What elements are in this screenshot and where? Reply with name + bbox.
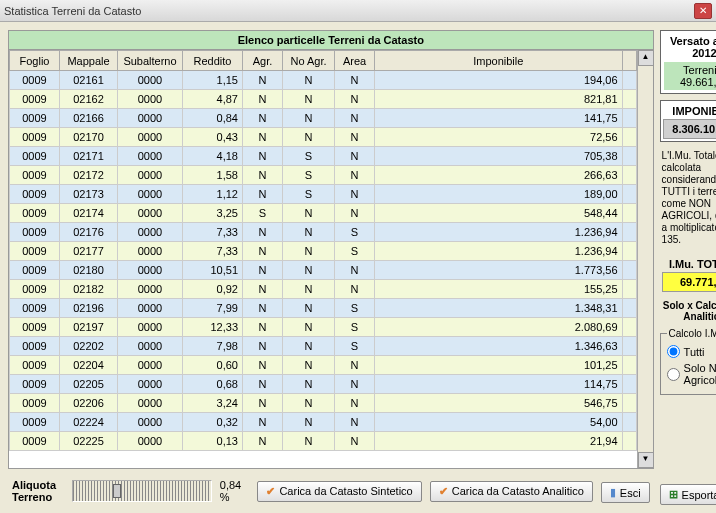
cell-area: N — [335, 356, 375, 375]
cell-imp: 546,75 — [375, 394, 623, 413]
esci-button[interactable]: ▮Esci — [601, 482, 650, 503]
table-row[interactable]: 00090216100001,15NNN194,06 — [10, 71, 637, 90]
cell-noagr: S — [283, 147, 335, 166]
table-row[interactable]: 00090217600007,33NNS1.236,94 — [10, 223, 637, 242]
cell-imp: 1.346,63 — [375, 337, 623, 356]
cell-foglio: 0009 — [10, 318, 60, 337]
column-header[interactable]: Area — [335, 51, 375, 71]
column-header[interactable]: Foglio — [10, 51, 60, 71]
table-row[interactable]: 000902180000010,51NNN1.773,56 — [10, 261, 637, 280]
cell-noagr: N — [283, 318, 335, 337]
cell-sub: 0000 — [118, 147, 183, 166]
cell-noagr: N — [283, 71, 335, 90]
column-header[interactable]: Agr. — [243, 51, 283, 71]
table-row[interactable]: 00090222500000,13NNN21,94 — [10, 432, 637, 451]
scroll-up-icon[interactable]: ▲ — [638, 50, 653, 66]
carica-analitico-button[interactable]: ✔Carica da Catasto Analitico — [430, 481, 593, 502]
close-icon[interactable]: ✕ — [694, 3, 712, 19]
cell-area: S — [335, 223, 375, 242]
table-row[interactable]: 000902197000012,33NNS2.080,69 — [10, 318, 637, 337]
cell-mappale: 02162 — [60, 90, 118, 109]
window-titlebar: Statistica Terreni da Catasto ✕ — [0, 0, 716, 22]
cell-sub: 0000 — [118, 318, 183, 337]
table-row[interactable]: 00090220500000,68NNN114,75 — [10, 375, 637, 394]
column-header[interactable]: Reddito — [183, 51, 243, 71]
cell-area: N — [335, 204, 375, 223]
table-row[interactable]: 00090216200004,87NNN821,81 — [10, 90, 637, 109]
table-row[interactable]: 00090216600000,84NNN141,75 — [10, 109, 637, 128]
table-row[interactable]: 00090217300001,12NSN189,00 — [10, 185, 637, 204]
table-row[interactable]: 00090222400000,32NNN54,00 — [10, 413, 637, 432]
cell-agr: N — [243, 185, 283, 204]
cell-mappale: 02182 — [60, 280, 118, 299]
cell-foglio: 0009 — [10, 185, 60, 204]
cell-mappale: 02225 — [60, 432, 118, 451]
cell-reddito: 12,33 — [183, 318, 243, 337]
versato-value: Terreni € 49.661,66 — [664, 62, 716, 90]
cell-sub: 0000 — [118, 261, 183, 280]
cell-foglio: 0009 — [10, 337, 60, 356]
scroll-down-icon[interactable]: ▼ — [638, 452, 653, 468]
cell-noagr: N — [283, 375, 335, 394]
cell-imp: 821,81 — [375, 90, 623, 109]
esporta-dati-button[interactable]: ⊞Esporta dati — [660, 484, 716, 505]
cell-agr: N — [243, 128, 283, 147]
cell-sub: 0000 — [118, 90, 183, 109]
radio-non-agricoli[interactable] — [667, 368, 680, 381]
vertical-scrollbar[interactable]: ▲ ▼ — [637, 50, 653, 468]
cell-agr: N — [243, 375, 283, 394]
cell-foglio: 0009 — [10, 71, 60, 90]
imponibile-label: IMPONIBILE — [663, 103, 716, 119]
table-row[interactable]: 00090220200007,98NNS1.346,63 — [10, 337, 637, 356]
cell-imp: 2.080,69 — [375, 318, 623, 337]
table-row[interactable]: 00090217200001,58NSN266,63 — [10, 166, 637, 185]
table-row[interactable]: 00090217000000,43NNN72,56 — [10, 128, 637, 147]
cell-reddito: 0,13 — [183, 432, 243, 451]
cell-sub: 0000 — [118, 394, 183, 413]
column-header[interactable]: Imponibile — [375, 51, 623, 71]
cell-foglio: 0009 — [10, 299, 60, 318]
cell-noagr: N — [283, 242, 335, 261]
cell-foglio: 0009 — [10, 90, 60, 109]
cell-reddito: 0,92 — [183, 280, 243, 299]
cell-foglio: 0009 — [10, 128, 60, 147]
cell-imp: 21,94 — [375, 432, 623, 451]
cell-noagr: N — [283, 90, 335, 109]
cell-noagr: S — [283, 185, 335, 204]
cell-sub: 0000 — [118, 356, 183, 375]
cell-sub: 0000 — [118, 204, 183, 223]
versato-title: Versato anno 2012 — [663, 33, 716, 61]
table-row[interactable]: 00090217400003,25SNN548,44 — [10, 204, 637, 223]
cell-sub: 0000 — [118, 166, 183, 185]
cell-mappale: 02173 — [60, 185, 118, 204]
cell-agr: N — [243, 280, 283, 299]
table-row[interactable]: 00090217700007,33NNS1.236,94 — [10, 242, 637, 261]
column-header[interactable]: Subalterno — [118, 51, 183, 71]
aliquota-slider[interactable] — [72, 480, 212, 502]
cell-agr: N — [243, 90, 283, 109]
cell-sub: 0000 — [118, 337, 183, 356]
carica-sintetico-button[interactable]: ✔Carica da Catasto Sintetico — [257, 481, 421, 502]
table-row[interactable]: 00090218200000,92NNN155,25 — [10, 280, 637, 299]
check-icon: ✔ — [439, 485, 448, 498]
cell-imp: 114,75 — [375, 375, 623, 394]
table-row[interactable]: 00090220400000,60NNN101,25 — [10, 356, 637, 375]
cell-area: S — [335, 318, 375, 337]
cell-area: S — [335, 242, 375, 261]
cell-imp: 155,25 — [375, 280, 623, 299]
cell-area: N — [335, 109, 375, 128]
cell-area: S — [335, 299, 375, 318]
column-header[interactable]: No Agr. — [283, 51, 335, 71]
cell-area: N — [335, 280, 375, 299]
column-header[interactable]: Mappale — [60, 51, 118, 71]
aliquota-label: AliquotaTerreno — [12, 479, 64, 503]
radio-tutti[interactable] — [667, 345, 680, 358]
cell-foglio: 0009 — [10, 413, 60, 432]
cell-area: N — [335, 166, 375, 185]
cell-reddito: 0,43 — [183, 128, 243, 147]
cell-noagr: N — [283, 223, 335, 242]
table-row[interactable]: 00090217100004,18NSN705,38 — [10, 147, 637, 166]
table-row[interactable]: 00090219600007,99NNS1.348,31 — [10, 299, 637, 318]
cell-foglio: 0009 — [10, 280, 60, 299]
table-row[interactable]: 00090220600003,24NNN546,75 — [10, 394, 637, 413]
